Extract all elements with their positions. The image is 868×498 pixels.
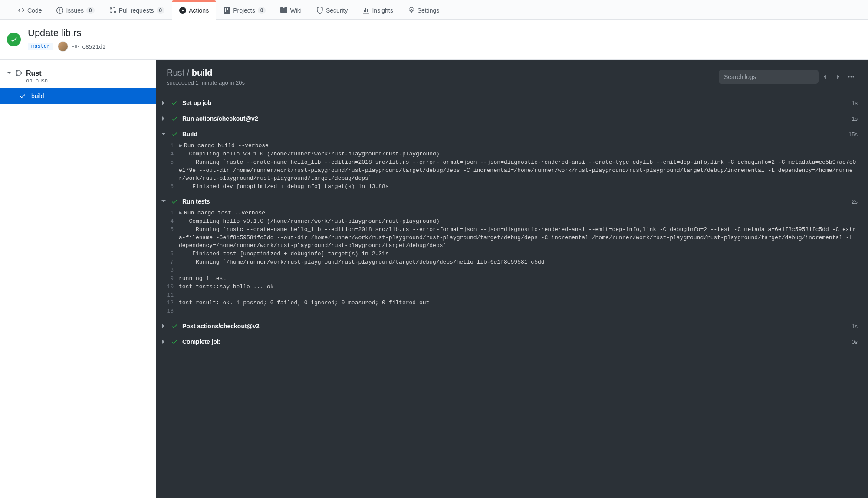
log-line: 10test tests::say_hello ... ok — [167, 283, 858, 291]
log-line: 6 Finished test [unoptimized + debuginfo… — [167, 250, 858, 258]
log-line: 1▶Run cargo test --verbose — [167, 209, 858, 218]
pulls-count: 0 — [157, 7, 165, 14]
prev-button[interactable] — [819, 70, 832, 83]
workflow-icon — [16, 69, 23, 78]
step-row[interactable]: Run actions/checkout@v21s — [156, 111, 868, 126]
tab-wiki[interactable]: Wiki — [273, 0, 309, 20]
step-row[interactable]: Set up job1s — [156, 95, 868, 111]
step-duration: 1s — [852, 115, 858, 122]
check-icon — [171, 131, 178, 138]
log-line: 12test result: ok. 1 passed; 0 failed; 0… — [167, 299, 858, 307]
graph-icon — [362, 7, 369, 14]
step-name: Complete job — [182, 338, 847, 345]
projects-count: 0 — [258, 7, 266, 14]
tab-security[interactable]: Security — [309, 0, 355, 20]
line-text: Finished dev [unoptimized + debuginfo] t… — [179, 183, 858, 191]
tab-issues[interactable]: Issues 0 — [49, 0, 102, 20]
chevron-down-icon — [161, 131, 167, 138]
check-icon — [171, 115, 178, 122]
line-number: 1 — [167, 209, 179, 218]
line-text: ▶Run cargo test --verbose — [179, 209, 858, 218]
chevron-right-icon — [161, 323, 167, 330]
breadcrumb-job: build — [192, 68, 213, 77]
tab-projects[interactable]: Projects 0 — [216, 0, 273, 20]
tab-code-label: Code — [27, 7, 42, 14]
step-row[interactable]: Run tests2s — [156, 194, 868, 209]
log-line: 9running 1 test — [167, 275, 858, 283]
tab-pulls-label: Pull requests — [119, 7, 154, 14]
check-icon — [171, 99, 178, 106]
repo-nav: Code Issues 0 Pull requests 0 Actions Pr… — [0, 0, 868, 20]
tab-pull-requests[interactable]: Pull requests 0 — [102, 0, 172, 20]
tab-settings[interactable]: Settings — [401, 0, 447, 20]
tab-actions[interactable]: Actions — [172, 0, 216, 20]
chevron-right-icon: ▶ — [179, 142, 182, 149]
workflow-header[interactable]: Rust on: push — [0, 65, 156, 88]
line-text: running 1 test — [179, 275, 858, 283]
job-row-build[interactable]: build — [0, 88, 156, 104]
step-name: Run actions/checkout@v2 — [182, 115, 847, 122]
branch-chip[interactable]: master — [28, 43, 53, 50]
step-name: Set up job — [182, 99, 847, 106]
chevron-right-icon — [161, 115, 167, 122]
step-duration: 1s — [852, 100, 858, 106]
log-line: 4 Compiling hello v0.1.0 (/home/runner/w… — [167, 218, 858, 226]
avatar[interactable] — [58, 41, 68, 52]
line-text: test tests::say_hello ... ok — [179, 283, 858, 291]
log-line: 4 Compiling hello v0.1.0 (/home/runner/w… — [167, 150, 858, 158]
step-duration: 1s — [852, 323, 858, 330]
line-number: 9 — [167, 275, 179, 283]
log-output: 1▶Run cargo test --verbose4 Compiling he… — [156, 209, 868, 318]
chevron-left-icon — [822, 74, 828, 80]
svg-point-2 — [20, 72, 22, 74]
steps-list: Set up job1sRun actions/checkout@v21sBui… — [156, 92, 868, 498]
log-line: 13 — [167, 307, 858, 316]
line-text: Running `rustc --crate-name hello_lib --… — [179, 226, 858, 251]
line-number: 5 — [167, 226, 179, 251]
commit-sha: e8521d2 — [82, 43, 106, 50]
sidebar: Rust on: push build — [0, 60, 156, 498]
tab-projects-label: Projects — [233, 7, 255, 14]
log-line: 5 Running `rustc --crate-name hello_lib … — [167, 226, 858, 251]
step-row[interactable]: Build15s — [156, 126, 868, 142]
workflow-name: Rust — [26, 69, 48, 77]
step-name: Run tests — [182, 198, 847, 205]
line-number: 1 — [167, 142, 179, 150]
step-name: Build — [182, 131, 844, 138]
tab-insights-label: Insights — [372, 7, 393, 14]
line-text — [179, 307, 858, 316]
line-number: 13 — [167, 307, 179, 316]
kebab-menu-button[interactable] — [845, 70, 858, 83]
svg-point-4 — [851, 76, 852, 78]
pull-request-icon — [109, 7, 116, 14]
play-icon — [179, 7, 186, 14]
line-number: 7 — [167, 258, 179, 267]
log-status-text: succeeded 1 minute ago in 20s — [167, 79, 245, 86]
code-icon — [18, 7, 25, 14]
search-logs-input[interactable] — [719, 70, 819, 84]
book-icon — [280, 7, 287, 14]
step-duration: 15s — [848, 131, 858, 138]
line-text — [179, 267, 858, 275]
next-button[interactable] — [832, 70, 845, 83]
log-breadcrumb: Rust / build — [167, 68, 245, 78]
svg-point-5 — [853, 76, 854, 78]
commit-icon — [72, 43, 79, 50]
chevron-down-icon — [7, 69, 12, 76]
tab-insights[interactable]: Insights — [355, 0, 400, 20]
tab-settings-label: Settings — [418, 7, 440, 14]
log-line: 5 Running `rustc --crate-name hello_lib … — [167, 158, 858, 183]
log-output: 1▶Run cargo build --verbose4 Compiling h… — [156, 142, 868, 194]
line-number: 12 — [167, 299, 179, 307]
job-name: build — [31, 92, 44, 99]
step-row[interactable]: Complete job0s — [156, 334, 868, 350]
check-icon — [171, 323, 178, 330]
step-name: Post actions/checkout@v2 — [182, 323, 847, 330]
step-row[interactable]: Post actions/checkout@v21s — [156, 318, 868, 334]
commit-link[interactable]: e8521d2 — [72, 43, 106, 50]
breadcrumb-workflow: Rust — [167, 68, 184, 77]
chevron-right-icon: ▶ — [179, 210, 182, 216]
gear-icon — [408, 7, 415, 14]
tab-code[interactable]: Code — [10, 0, 49, 20]
log-pane: Rust / build succeeded 1 minute ago in 2… — [156, 60, 868, 498]
